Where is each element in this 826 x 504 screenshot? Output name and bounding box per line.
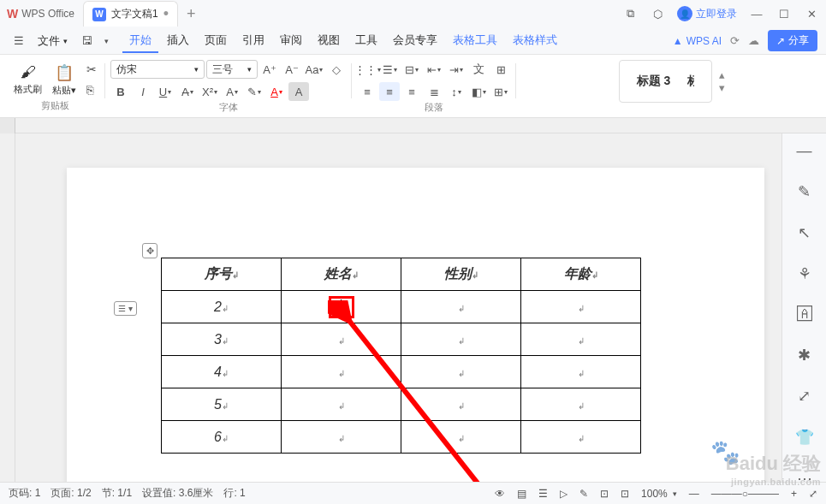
more-icon[interactable]: ▾ [99, 33, 114, 49]
maximize-button[interactable]: ☐ [776, 8, 792, 21]
superscript-button[interactable]: X² [199, 82, 220, 101]
sidebar-cursor-icon[interactable]: ↖ [798, 223, 811, 242]
table-cell[interactable]: 5↲ [162, 388, 282, 421]
status-setting[interactable]: 设置值: 3.6厘米 [142, 486, 213, 501]
underline-button[interactable]: U [155, 82, 175, 101]
header-cell[interactable]: 姓名↲ [282, 258, 401, 291]
table-cell[interactable]: ↲ [401, 421, 521, 454]
tab-table-tool[interactable]: 表格工具 [446, 29, 504, 53]
add-tab-button[interactable]: + [187, 5, 196, 23]
table-cell[interactable]: 6↲ [162, 421, 282, 454]
table-cell[interactable]: ↲ [401, 356, 521, 388]
tab-start[interactable]: 开始 [122, 29, 158, 53]
share-button[interactable]: ↗ 分享 [768, 30, 817, 51]
table-cell[interactable]: ↲ [282, 388, 401, 421]
italic-button[interactable]: I [133, 82, 153, 101]
file-menu[interactable]: 文件 ▾ [31, 30, 74, 52]
bold-button[interactable]: B [110, 82, 131, 101]
border-button[interactable]: ⊞ [490, 82, 511, 101]
sidebar-minus-icon[interactable]: — [797, 142, 812, 160]
tab-tools[interactable]: 工具 [348, 29, 384, 53]
view-web-icon[interactable]: ✎ [579, 488, 588, 500]
horizontal-ruler[interactable] [0, 118, 826, 133]
text-direction-button[interactable]: 文 [468, 60, 489, 79]
document-tab[interactable]: W 文字文稿1 • [83, 1, 178, 27]
bullet-list-button[interactable]: ⋮⋮ [357, 60, 377, 79]
text-effect-button[interactable]: A [222, 82, 242, 101]
vertical-ruler[interactable] [0, 133, 15, 482]
font-color-button[interactable]: A [266, 82, 287, 101]
zoom-out-icon[interactable]: — [689, 488, 699, 500]
table-cell[interactable]: ↲ [521, 388, 641, 421]
table-cell[interactable]: ↲ [521, 356, 641, 388]
cloud-emoji-icon[interactable]: ☁ [748, 34, 759, 47]
wps-ai-button[interactable]: ▲WPS AI [673, 35, 722, 47]
view-fit-icon[interactable]: ⊡ [621, 488, 629, 500]
window-mode-icon[interactable]: ⧉ [622, 7, 638, 21]
line-spacing-button[interactable]: ↕ [446, 82, 466, 101]
char-shading-button[interactable]: A [288, 82, 309, 101]
font-name-select[interactable]: 仿宋▾ [110, 60, 205, 79]
sidebar-pen-icon[interactable]: ✎ [798, 182, 811, 201]
cut-button[interactable]: ✂ [83, 61, 100, 78]
view-outline-icon[interactable]: ☰ [538, 488, 548, 500]
highlight-color-button[interactable]: ✎ [244, 82, 264, 101]
status-page-num[interactable]: 页码: 1 [9, 486, 40, 501]
table-cell[interactable]: 2↲ [162, 291, 282, 323]
status-section[interactable]: 节: 1/1 [102, 486, 132, 501]
tab-view[interactable]: 视图 [311, 29, 347, 53]
copy-button[interactable]: ⎘ [83, 81, 100, 98]
clear-format-icon[interactable]: ◇ [326, 60, 347, 79]
minimize-button[interactable]: — [749, 8, 764, 21]
row-options-handle[interactable]: ☰ ▾ [114, 301, 137, 316]
document-canvas[interactable]: ✥ ☰ ▾ 序号↲ 姓名↲ 性别↲ 年龄↲ 2↲ ↲ ↲ 3↲ ↲ ↲ ↲ [15, 133, 781, 482]
sort-button[interactable]: ⊞ [490, 60, 511, 79]
header-cell[interactable]: 年龄↲ [521, 258, 641, 291]
align-right-button[interactable]: ≡ [401, 82, 422, 101]
table-cell[interactable]: ↲ [401, 323, 521, 356]
fullscreen-icon[interactable]: ⤢ [809, 488, 817, 500]
view-read-icon[interactable]: 👁 [495, 488, 505, 500]
align-justify-button[interactable]: ≣ [424, 82, 444, 101]
table-cell[interactable]: 4↲ [162, 356, 282, 388]
status-line[interactable]: 行: 1 [223, 486, 245, 501]
multilevel-list-button[interactable]: ⊟ [401, 60, 422, 79]
style-heading3[interactable]: 标题 3 [637, 74, 671, 89]
header-cell[interactable]: 序号↲ [162, 258, 282, 291]
active-table-cell[interactable] [282, 291, 401, 323]
status-page-of[interactable]: 页面: 1/2 [51, 486, 91, 501]
document-table[interactable]: 序号↲ 姓名↲ 性别↲ 年龄↲ 2↲ ↲ ↲ 3↲ ↲ ↲ ↲ 4↲ ↲ ↲ [161, 258, 641, 454]
document-page[interactable]: ✥ ☰ ▾ 序号↲ 姓名↲ 性别↲ 年龄↲ 2↲ ↲ ↲ 3↲ ↲ ↲ ↲ [67, 168, 764, 482]
paste-button[interactable]: 📋粘贴▾ [49, 62, 80, 98]
tab-page[interactable]: 页面 [198, 29, 234, 53]
indent-decrease-button[interactable]: ⇤ [424, 60, 444, 79]
shading-button[interactable]: ◧ [468, 82, 489, 101]
table-cell[interactable]: ↲ [282, 421, 401, 454]
sidebar-link-icon[interactable]: ⚘ [798, 264, 811, 283]
increase-font-icon[interactable]: A⁺ [259, 60, 280, 79]
tab-insert[interactable]: 插入 [160, 29, 196, 53]
table-cell[interactable]: ↲ [521, 323, 641, 356]
table-row[interactable]: 6↲ ↲ ↲ ↲ [162, 421, 641, 454]
table-row[interactable]: 4↲ ↲ ↲ ↲ [162, 356, 641, 388]
cube-icon[interactable]: ⬡ [650, 8, 665, 21]
table-row[interactable]: 2↲ ↲ ↲ [162, 291, 641, 323]
sidebar-settings-icon[interactable]: ✱ [798, 346, 811, 365]
table-cell[interactable]: ↲ [521, 421, 641, 454]
close-button[interactable]: ✕ [804, 8, 819, 21]
align-left-button[interactable]: ≡ [357, 82, 377, 101]
table-cell[interactable]: 3↲ [162, 323, 282, 356]
login-button[interactable]: 👤 立即登录 [677, 6, 737, 21]
tab-ref[interactable]: 引用 [235, 29, 271, 53]
hamburger-icon[interactable]: ☰ [9, 31, 29, 50]
indent-increase-button[interactable]: ⇥ [446, 60, 466, 79]
strikethrough-button[interactable]: A̶ [177, 82, 198, 101]
save-icon[interactable]: 🖫 [76, 31, 98, 50]
tab-vip[interactable]: 会员专享 [386, 29, 444, 53]
table-cell[interactable]: ↲ [282, 356, 401, 388]
table-cell[interactable]: ↲ [521, 291, 641, 323]
header-cell[interactable]: 性别↲ [401, 258, 521, 291]
zoom-slider[interactable]: ———○——— [711, 488, 779, 500]
table-move-handle[interactable]: ✥ [142, 243, 157, 258]
table-cell[interactable]: ↲ [401, 291, 521, 323]
